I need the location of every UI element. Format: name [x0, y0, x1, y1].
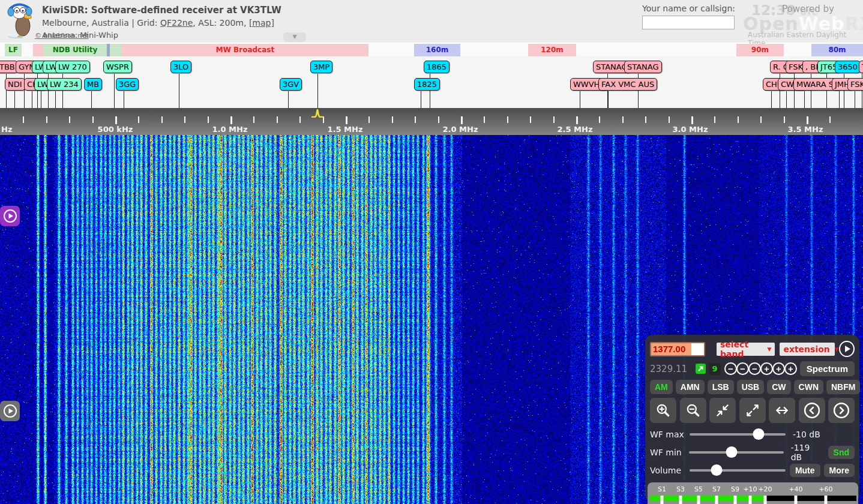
- link-icon[interactable]: [696, 364, 706, 374]
- mode-button-am[interactable]: AM: [650, 380, 673, 394]
- mode-button-usb[interactable]: USB: [737, 380, 765, 394]
- zoom-out-button[interactable]: [680, 398, 706, 423]
- zoom-plus-button[interactable]: +: [760, 362, 773, 375]
- volume-label: Volume: [650, 466, 690, 475]
- shift-left-button[interactable]: [799, 398, 825, 423]
- extension-dropdown[interactable]: extension▼: [780, 343, 835, 356]
- dx-label-line: [771, 91, 772, 108]
- zoom-minus-button[interactable]: −: [748, 362, 761, 375]
- scale-tick: [253, 116, 254, 123]
- dx-label-line: [288, 91, 289, 108]
- dx-label[interactable]: T: [859, 61, 863, 73]
- dx-label[interactable]: FSK: [847, 78, 863, 91]
- scale-tick: [138, 116, 139, 123]
- dx-label[interactable]: 3MP: [310, 61, 332, 73]
- more-button[interactable]: More: [824, 464, 855, 477]
- dx-label[interactable]: 3LO: [170, 61, 191, 73]
- wf-max-slider-knob[interactable]: [753, 428, 765, 440]
- waterfall-play-button-gray[interactable]: [0, 401, 20, 421]
- zoom-plus-button[interactable]: +: [784, 362, 797, 375]
- scale-frequency-label: 1.0 MHz: [212, 125, 248, 134]
- frequency-scale[interactable]: Hz500 kHz1.0 MHz1.5 MHz2.0 MHz2.5 MHz3.0…: [0, 108, 863, 135]
- passband-width-button[interactable]: [769, 398, 795, 423]
- snd-button[interactable]: Snd: [828, 446, 855, 459]
- band-segment[interactable]: [33, 44, 43, 56]
- zoom-out-max-button[interactable]: [739, 398, 766, 423]
- scale-tick: [184, 116, 185, 123]
- scale-tick: [438, 116, 439, 123]
- dx-label[interactable]: WSPR: [103, 61, 132, 73]
- chevron-down-icon: ▼: [835, 346, 839, 352]
- dx-label[interactable]: LW 234: [47, 78, 82, 91]
- scale-frequency-label: 2.5 MHz: [558, 125, 593, 134]
- dx-label-line: [14, 91, 15, 108]
- scale-tick: [553, 116, 555, 123]
- dx-label-line: [804, 91, 805, 108]
- s-meter-tick: [795, 496, 798, 504]
- receiver-subtitle: Melbourne, Australia | Grid: QF22ne, ASL…: [42, 18, 281, 28]
- passband-frequency: 2329.11: [650, 364, 687, 374]
- frequency-input[interactable]: [650, 342, 705, 356]
- wf-min-label: WF min: [650, 448, 689, 457]
- scale-tick: [299, 116, 301, 123]
- band-segment[interactable]: [110, 44, 122, 56]
- band-80m-amateur[interactable]: 80m Amateur: [811, 44, 863, 56]
- dx-label-line: [317, 74, 318, 108]
- volume-slider-knob[interactable]: [711, 464, 722, 476]
- dx-label[interactable]: NDI: [5, 78, 25, 91]
- mode-button-cwn[interactable]: CWN: [794, 380, 823, 394]
- scale-tick: [784, 116, 785, 123]
- s-meter-tick: [661, 496, 664, 504]
- wf-min-slider-knob[interactable]: [726, 446, 737, 458]
- dx-label[interactable]: 3650: [835, 61, 861, 73]
- chevron-down-icon: ▼: [293, 34, 297, 40]
- waterfall-play-button-purple[interactable]: [0, 206, 20, 226]
- dx-label[interactable]: 3GG: [116, 78, 139, 91]
- tuning-marker[interactable]: [310, 109, 325, 118]
- select-band-dropdown[interactable]: select band▼: [717, 343, 775, 356]
- band-ndb-utility[interactable]: NDB Utility: [43, 44, 107, 56]
- band-160m[interactable]: 160m: [414, 44, 460, 56]
- dx-label[interactable]: 1825: [414, 78, 440, 91]
- dx-label-line: [608, 91, 609, 108]
- grid-link[interactable]: QF22ne: [160, 18, 193, 28]
- shift-right-button[interactable]: [828, 398, 855, 423]
- mode-button-amn[interactable]: AMN: [676, 380, 705, 394]
- band-lf[interactable]: LF: [5, 44, 22, 56]
- volume-slider[interactable]: [690, 469, 786, 472]
- mode-button-lsb[interactable]: LSB: [708, 380, 734, 394]
- map-link[interactable]: [map]: [249, 18, 274, 28]
- spectrum-button[interactable]: Spectrum: [800, 361, 855, 376]
- dx-label[interactable]: FAX VMC AUS: [598, 78, 657, 91]
- mode-button-nbfm[interactable]: NBFM: [826, 380, 860, 394]
- audio-start-button[interactable]: [839, 341, 855, 357]
- band-mw-broadcast[interactable]: MW Broadcast: [122, 44, 368, 56]
- receiver-title: KiwiSDR: Software-defined receiver at VK…: [42, 5, 281, 16]
- scale-tick: [368, 116, 370, 123]
- dx-label[interactable]: STANAG: [624, 61, 662, 73]
- mute-button[interactable]: Mute: [790, 464, 820, 477]
- mode-button-cw[interactable]: CW: [767, 380, 790, 394]
- zoom-minus-button[interactable]: −: [724, 362, 737, 375]
- wf-min-slider[interactable]: [689, 451, 784, 454]
- wf-max-slider[interactable]: [690, 433, 786, 436]
- zoom-minus-button[interactable]: −: [736, 362, 749, 375]
- scale-frequency-label: 2.0 MHz: [443, 125, 478, 134]
- zoom-to-band-button[interactable]: [709, 398, 736, 423]
- band-120m[interactable]: 120m: [528, 44, 576, 56]
- band-90m[interactable]: 90m: [736, 44, 784, 56]
- scale-tick: [738, 116, 739, 123]
- zoom-in-button[interactable]: [650, 398, 676, 423]
- scale-tick: [46, 116, 47, 123]
- dx-label[interactable]: LW 270: [55, 61, 90, 73]
- dx-label-line: [114, 74, 115, 108]
- zoom-plus-button[interactable]: +: [772, 362, 785, 375]
- dx-label[interactable]: 3GV: [280, 78, 302, 91]
- dx-label[interactable]: 1865: [424, 61, 450, 73]
- scale-tick: [161, 116, 163, 123]
- title-block: KiwiSDR: Software-defined receiver at VK…: [42, 5, 281, 28]
- scale-tick: [599, 116, 600, 123]
- callsign-input[interactable]: [642, 16, 735, 29]
- collapse-top-bar-tab[interactable]: ▼: [283, 32, 306, 42]
- dx-label[interactable]: MB: [84, 78, 102, 91]
